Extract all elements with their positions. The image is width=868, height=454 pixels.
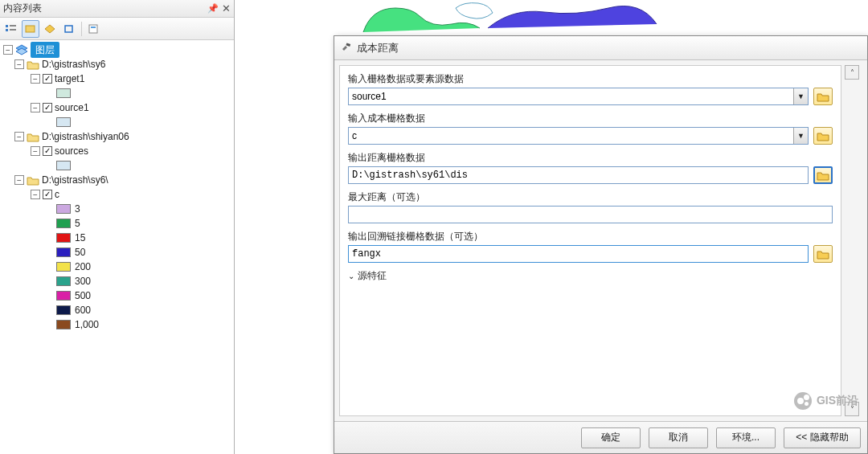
hide-help-button[interactable]: << 隐藏帮助 <box>784 427 861 448</box>
field-label-maxdist: 最大距离（可选） <box>348 190 833 204</box>
tree-symbol-row[interactable] <box>3 86 231 100</box>
class-label: 200 <box>75 260 91 274</box>
scroll-up-icon[interactable]: ˄ <box>845 65 859 80</box>
class-swatch[interactable] <box>56 219 71 228</box>
expander-icon[interactable]: − <box>31 146 40 156</box>
source-combo[interactable]: source1 ▼ <box>348 88 809 105</box>
layer-checkbox[interactable] <box>43 190 52 199</box>
dialog-titlebar[interactable]: 成本距离 <box>334 36 867 60</box>
symbol-swatch[interactable] <box>56 161 71 170</box>
svg-rect-1 <box>6 29 8 31</box>
tree-root-row[interactable]: − 图层 <box>3 43 231 57</box>
tree-class-row[interactable]: 50 <box>3 245 231 260</box>
class-swatch[interactable] <box>56 204 71 214</box>
class-swatch[interactable] <box>56 276 71 286</box>
tree-class-row[interactable]: 15 <box>3 231 231 245</box>
class-label: 1,000 <box>75 317 99 332</box>
browse-cost-button[interactable] <box>813 127 833 145</box>
tree-class-row[interactable]: 600 <box>3 303 231 317</box>
tree-class-row[interactable]: 500 <box>3 288 231 303</box>
field-label-backlink: 输出回溯链接栅格数据（可选） <box>348 230 833 243</box>
toc-panel: 内容列表 📌 ✕ − 图层 − D:\gistrash\sy <box>0 0 235 454</box>
expander-icon[interactable]: − <box>14 59 24 69</box>
tree-root-label[interactable]: 图层 <box>31 42 59 58</box>
ok-button[interactable]: 确定 <box>581 427 641 448</box>
expander-icon[interactable]: − <box>14 175 24 185</box>
tree-class-row[interactable]: 200 <box>3 260 231 274</box>
expander-icon[interactable]: − <box>14 132 24 141</box>
class-swatch[interactable] <box>56 247 71 257</box>
tree-group-label: D:\gistrash\shiyan06 <box>42 129 129 144</box>
symbol-swatch[interactable] <box>56 88 71 98</box>
dialog-button-bar: 确定 取消 环境... << 隐藏帮助 <box>334 421 867 453</box>
dialog-content: 输入栅格数据或要素源数据 source1 ▼ 输入成本栅格数据 c <box>339 65 841 416</box>
list-by-source-button[interactable] <box>22 20 39 38</box>
dialog-scrollbar[interactable]: ˄ ˅ <box>841 65 862 416</box>
source-value: source1 <box>352 91 793 102</box>
list-by-selection-button[interactable] <box>60 20 78 38</box>
class-swatch[interactable] <box>56 262 71 272</box>
tree-class-row[interactable]: 3 <box>3 202 231 216</box>
svg-marker-5 <box>45 25 55 33</box>
map-preview-shape <box>359 0 665 36</box>
tree-symbol-row[interactable] <box>3 115 231 129</box>
class-label: 15 <box>75 231 85 245</box>
tree-group-row[interactable]: − D:\gistrash\sy6 <box>3 57 231 72</box>
tree-layer-row[interactable]: − sources <box>3 144 231 158</box>
browse-backlink-button[interactable] <box>813 245 833 263</box>
class-swatch[interactable] <box>56 320 71 329</box>
outdist-input[interactable] <box>348 166 809 184</box>
environments-button[interactable]: 环境... <box>716 427 776 448</box>
list-by-drawing-order-button[interactable] <box>2 20 20 38</box>
browse-source-button[interactable] <box>813 88 833 105</box>
class-label: 5 <box>75 216 80 231</box>
close-icon[interactable]: ✕ <box>222 2 231 14</box>
tree-group-row[interactable]: − D:\gistrash\shiyan06 <box>3 129 231 144</box>
maxdist-input[interactable] <box>348 206 833 223</box>
backlink-input[interactable] <box>348 245 809 263</box>
tree-class-row[interactable]: 5 <box>3 216 231 231</box>
tree-group-label: D:\gistrash\sy6\ <box>42 173 108 187</box>
symbol-swatch[interactable] <box>56 117 71 127</box>
tree-class-row[interactable]: 1,000 <box>3 317 231 332</box>
field-label-outdist: 输出距离栅格数据 <box>348 151 833 165</box>
svg-rect-0 <box>6 25 8 27</box>
class-swatch[interactable] <box>56 305 71 315</box>
layer-checkbox[interactable] <box>43 146 52 156</box>
toc-toolbar <box>0 18 234 40</box>
toc-title: 内容列表 <box>3 2 207 15</box>
source-characteristics-toggle[interactable]: ⌄ 源特征 <box>348 269 833 283</box>
folder-icon <box>27 59 39 70</box>
toc-tree[interactable]: − 图层 − D:\gistrash\sy6 − target1 <box>0 40 234 454</box>
tree-symbol-row[interactable] <box>3 158 231 173</box>
tree-layer-row[interactable]: − source1 <box>3 100 231 115</box>
class-swatch[interactable] <box>56 291 71 301</box>
field-label-source: 输入栅格数据或要素源数据 <box>348 72 833 86</box>
scroll-down-icon[interactable]: ˅ <box>845 402 859 416</box>
layer-checkbox[interactable] <box>43 103 52 112</box>
layer-checkbox[interactable] <box>43 74 52 84</box>
chevron-down-icon[interactable]: ▼ <box>793 128 808 144</box>
toolbar-separator <box>81 22 82 36</box>
list-by-visibility-button[interactable] <box>41 20 59 38</box>
expander-icon[interactable]: − <box>3 45 13 55</box>
tree-layer-row[interactable]: − target1 <box>3 72 231 86</box>
svg-rect-3 <box>10 29 16 31</box>
section-toggle-label: 源特征 <box>358 269 387 283</box>
options-button[interactable] <box>85 20 103 38</box>
expander-icon[interactable]: − <box>31 190 40 199</box>
tree-group-row[interactable]: − D:\gistrash\sy6\ <box>3 173 231 187</box>
tree-layer-row[interactable]: − c <box>3 187 231 202</box>
expander-icon[interactable]: − <box>31 74 40 84</box>
chevron-down-icon[interactable]: ▼ <box>793 88 808 104</box>
cost-combo[interactable]: c ▼ <box>348 127 809 145</box>
tree-class-row[interactable]: 300 <box>3 274 231 288</box>
browse-outdist-button[interactable] <box>813 166 833 184</box>
dialog-title-text: 成本距离 <box>357 41 399 55</box>
class-swatch[interactable] <box>56 233 71 243</box>
tree-layer-label: c <box>55 187 59 202</box>
tool-icon <box>341 43 352 54</box>
pin-icon[interactable]: 📌 <box>207 3 219 14</box>
expander-icon[interactable]: − <box>31 103 40 112</box>
cancel-button[interactable]: 取消 <box>649 427 708 448</box>
